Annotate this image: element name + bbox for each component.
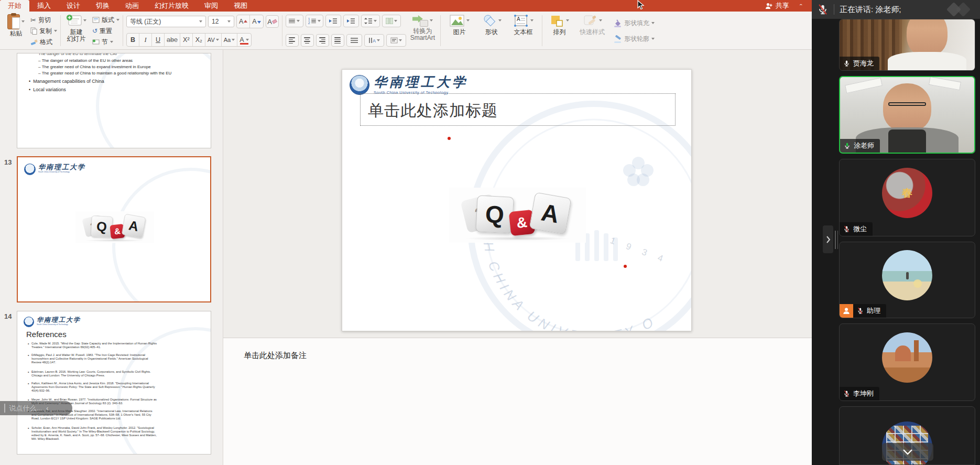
columns-icon: [386, 18, 393, 24]
university-seal-icon: [350, 75, 369, 95]
participant-tile[interactable]: 李坤刚: [839, 323, 975, 401]
shrink-font-button[interactable]: A: [250, 15, 263, 28]
reset-button[interactable]: ↺重置: [92, 26, 119, 36]
italic-button[interactable]: I: [139, 34, 152, 46]
subscript-button[interactable]: X₂: [193, 34, 205, 46]
layout-button[interactable]: 版式: [92, 15, 119, 25]
quick-styles-icon: [583, 14, 597, 28]
share-button[interactable]: 共享: [765, 1, 789, 10]
panel-drag-handle[interactable]: [835, 231, 838, 249]
dice-shadow: [465, 236, 570, 241]
align-right-button[interactable]: [316, 34, 329, 47]
participant-tile-active-speaker[interactable]: 涂老师: [839, 76, 975, 154]
format-painter-button[interactable]: 格式: [30, 37, 57, 47]
justify-button[interactable]: [331, 34, 344, 47]
arrange-icon: [550, 14, 564, 28]
columns-button[interactable]: [382, 15, 401, 27]
tab-home[interactable]: 开始: [0, 0, 29, 12]
references-title: References: [26, 330, 67, 339]
shape-fill-icon: [613, 19, 622, 27]
references-list: •Cole, Wade M. 2015. "Mind the Gap: Stat…: [28, 342, 206, 448]
participant-tile[interactable]: 助理: [839, 242, 975, 318]
clear-formatting-button[interactable]: A: [266, 15, 279, 28]
line-spacing-button[interactable]: [361, 15, 380, 27]
video-call-panel: 正在讲话: 涂老师; 贾海龙: [812, 0, 980, 465]
copy-button[interactable]: 复制: [30, 26, 57, 36]
participant-avatar: [882, 250, 932, 300]
tab-insert[interactable]: 插入: [29, 0, 59, 12]
slide-12-thumbnail[interactable]: The danger of the EU to terminate the CA…: [17, 53, 211, 148]
grow-font-button[interactable]: A: [237, 15, 250, 28]
participant-tile[interactable]: 贾海龙: [839, 19, 975, 71]
font-name-select[interactable]: 等线 (正文): [126, 16, 206, 27]
quick-styles-button[interactable]: 快速样式: [578, 13, 607, 48]
font-size-select[interactable]: 12: [208, 16, 234, 27]
text-direction-icon: A: [368, 37, 376, 44]
collapse-ribbon-icon[interactable]: ⌃: [799, 3, 803, 8]
header-divider: [834, 4, 834, 15]
shape-fill-button[interactable]: 形状填充: [613, 18, 655, 28]
text-direction-button[interactable]: A: [364, 34, 384, 47]
tab-transitions[interactable]: 切换: [88, 0, 117, 12]
participant-name: 李坤刚: [853, 389, 874, 398]
align-text-icon: [390, 37, 398, 44]
reference-entry: Cole, Wade M. 2015. "Mind the Gap: State…: [31, 342, 157, 349]
grow-arrow-icon: [244, 20, 247, 24]
strikethrough-button[interactable]: abe: [165, 34, 180, 46]
increase-indent-button[interactable]: [343, 15, 359, 27]
align-text-button[interactable]: [386, 34, 406, 47]
cut-button[interactable]: ✂剪切: [30, 15, 57, 25]
tab-view[interactable]: 视图: [226, 0, 255, 12]
tab-review[interactable]: 审阅: [197, 0, 226, 12]
university-logo: 华南理工大学 South China University of Technol…: [350, 75, 468, 95]
numbering-button[interactable]: 12: [306, 15, 323, 27]
qa-dice-image[interactable]: ? Q & A: [449, 188, 586, 243]
chevron-down-icon: [902, 449, 913, 455]
mic-speaking-icon: [844, 142, 851, 150]
new-slide-icon: [66, 14, 82, 28]
tab-animations[interactable]: 动画: [117, 0, 147, 12]
section-button[interactable]: 节: [92, 37, 119, 47]
character-spacing-button[interactable]: AV: [205, 34, 222, 46]
tab-slideshow[interactable]: 幻灯片放映: [147, 0, 197, 12]
underline-button[interactable]: U: [152, 34, 165, 46]
bold-button[interactable]: B: [127, 34, 139, 46]
mic-muted-icon: [843, 390, 850, 398]
line-spacing-icon: [364, 18, 373, 24]
decrease-indent-button[interactable]: [325, 15, 341, 27]
expand-panel-button[interactable]: [823, 225, 833, 253]
mic-muted-icon[interactable]: [817, 3, 829, 16]
align-center-button[interactable]: [301, 34, 314, 47]
align-left-button[interactable]: [286, 34, 299, 47]
convert-smartart-button[interactable]: 转换为SmartArt: [408, 13, 437, 48]
shape-outline-button[interactable]: 形状轮廓: [613, 34, 655, 44]
layout-icon: [92, 17, 100, 23]
section-icon: [92, 39, 100, 45]
meeting-chat-input[interactable]: 说点什么... ‹: [0, 401, 72, 415]
bullets-button[interactable]: [286, 15, 303, 27]
distribute-button[interactable]: [346, 34, 362, 47]
insert-textbox-button[interactable]: A 文本框: [511, 13, 536, 48]
insert-picture-button[interactable]: 图片: [447, 13, 472, 48]
shape-outline-icon: [613, 35, 622, 43]
title-placeholder[interactable]: 单击此处添加标题: [360, 93, 676, 126]
arrange-button[interactable]: 排列: [548, 13, 571, 48]
notes-pane[interactable]: 单击此处添加备注: [223, 338, 812, 465]
change-case-button[interactable]: Aa: [222, 34, 237, 46]
arrange-group: 排列 快速样式 形状填充 形状轮廓: [546, 13, 657, 48]
slide-13-thumbnail[interactable]: 华南理工大学South China University of Technolo…: [17, 156, 211, 302]
paste-button[interactable]: 粘贴: [5, 13, 27, 48]
tab-design[interactable]: 设计: [59, 0, 88, 12]
new-slide-button[interactable]: 新建幻灯片: [64, 13, 89, 48]
insert-shapes-button[interactable]: 形状: [479, 13, 504, 48]
participant-tile[interactable]: 春 微尘: [839, 159, 975, 236]
font-color-button[interactable]: A: [237, 34, 251, 46]
slide-14-thumbnail[interactable]: 华南理工大学South China University of Technolo…: [17, 311, 211, 455]
scroll-participants-down-button[interactable]: [882, 443, 933, 461]
laser-pointer-dot: [624, 265, 627, 268]
reference-entry: Fallon, Kathleen M., Anna Liisa Aunio, a…: [31, 382, 157, 393]
mouse-cursor: [637, 0, 646, 10]
superscript-button[interactable]: X²: [180, 34, 193, 46]
chat-collapse-icon[interactable]: ‹: [46, 405, 48, 412]
slide-canvas[interactable]: H CHINA UNIVERSITY O 1 9 3 4 华南理工大学 Sout…: [342, 69, 692, 331]
